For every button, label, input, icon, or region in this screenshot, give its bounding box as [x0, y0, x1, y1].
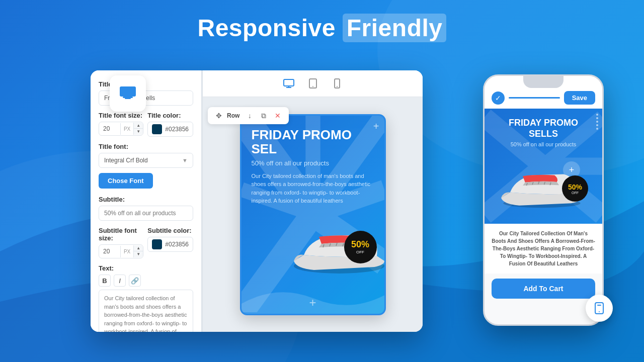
row-toolbar: ✥ Row ↓ ⧉ ✕ — [208, 107, 289, 124]
mobile-description: Our City Tailored Collection Of Man's Bo… — [492, 230, 595, 267]
phone-bubble — [586, 295, 613, 322]
add-to-cart-button[interactable]: Add To Cart — [492, 279, 595, 299]
mobile-device-icon[interactable] — [330, 76, 344, 90]
ad-subtitle: 50% off on all our products — [252, 159, 374, 167]
subtitle-input[interactable] — [99, 206, 193, 221]
add-element-top-left[interactable]: ✕ — [240, 171, 240, 180]
ad-title: FRIDAY PROMO SEL — [252, 128, 374, 156]
text-toolbar: B I 🔗 — [99, 275, 193, 287]
desktop-device-icon[interactable] — [282, 76, 296, 90]
subtitle-size-stepper[interactable]: ▲ ▼ — [133, 245, 143, 257]
right-panel: ✥ Row ↓ ⧉ ✕ — [203, 70, 423, 332]
ad-desc: Our City tailored collection of man's bo… — [252, 172, 374, 205]
mobile-notch — [523, 76, 564, 88]
close-icon[interactable]: ✕ — [272, 110, 284, 122]
sub-size-up-btn[interactable]: ▲ — [134, 245, 143, 251]
mobile-frame: ✓ Save FRIDAY PROMO SELLS 50 — [483, 74, 604, 326]
ad-card-content: FRIDAY PROMO SEL 50% off on all our prod… — [242, 116, 384, 213]
sub-size-down-btn[interactable]: ▼ — [134, 251, 143, 257]
hero-title-part2: Friendly — [343, 14, 447, 42]
hero-title-part1: Responsive — [198, 15, 336, 41]
title-color-label: Title color: — [147, 112, 193, 119]
phone-icon — [592, 301, 606, 315]
font-select-value: Integral Crf Bold — [104, 157, 148, 164]
subtitle-color-hex: #023856 — [165, 241, 189, 248]
title-font-size-label: Title font size: — [99, 112, 143, 119]
badge-pct: 50% — [351, 239, 369, 250]
svg-rect-2 — [120, 86, 136, 97]
chose-font-button[interactable]: Chose Font — [99, 173, 153, 189]
size-down-btn[interactable]: ▼ — [134, 129, 143, 135]
link-button[interactable]: 🔗 — [129, 275, 141, 287]
subtitle-color-input[interactable]: #023856 — [147, 237, 193, 252]
subtitle-color-label: Subtitle color: — [147, 227, 193, 234]
progress-line — [509, 97, 560, 99]
size-up-btn[interactable]: ▲ — [134, 123, 143, 129]
desktop-icon-wrapper — [110, 75, 146, 112]
title-color-input[interactable]: #023856 — [147, 122, 193, 137]
mobile-text-section: Our City Tailored Collection Of Man's Bo… — [485, 224, 602, 274]
title-color-hex: #023856 — [165, 126, 189, 133]
row-label: Row — [227, 112, 239, 119]
svg-rect-4 — [125, 98, 131, 99]
svg-rect-38 — [597, 305, 601, 306]
hero-title: Responsive Friendly — [0, 14, 644, 42]
bold-button[interactable]: B — [99, 275, 111, 287]
save-button[interactable]: Save — [564, 91, 595, 105]
title-font-size-input: 20 PX ▲ ▼ — [99, 122, 143, 136]
tablet-device-icon[interactable] — [306, 76, 320, 90]
mobile-badge-off: OFF — [572, 191, 579, 195]
subtitle-label: Subtitle: — [99, 196, 193, 203]
text-label: Text: — [99, 264, 193, 272]
font-size-stepper[interactable]: ▲ ▼ — [133, 123, 143, 135]
check-icon: ✓ — [492, 92, 505, 105]
svg-rect-5 — [284, 79, 294, 86]
title-color-swatch — [152, 124, 162, 134]
badge-off: OFF — [356, 250, 364, 254]
mobile-badge-pct: 50% — [568, 183, 582, 191]
mobile-sneaker: 50% OFF + — [492, 151, 595, 217]
mobile-mockup: ✓ Save FRIDAY PROMO SELLS 50 — [483, 74, 604, 326]
subtitle-color-swatch — [152, 239, 162, 249]
mobile-discount-badge: 50% OFF — [562, 175, 588, 202]
download-icon[interactable]: ↓ — [244, 110, 256, 122]
text-content-preview: Our City tailored collection of man's bo… — [99, 290, 193, 332]
title-font-label: Title font: — [99, 143, 193, 150]
subtitle-font-size-label: Subtitle font size: — [99, 227, 143, 242]
mobile-ad-section: FRIDAY PROMO SELLS 50% off on all our pr… — [485, 109, 602, 224]
copy-icon[interactable]: ⧉ — [258, 110, 270, 122]
canvas-area: ✥ Row ↓ ⧉ ✕ — [203, 97, 423, 332]
svg-point-37 — [599, 311, 600, 312]
add-element-top-right[interactable]: + — [373, 121, 379, 132]
discount-badge: 50% OFF — [344, 231, 377, 263]
canvas-toolbar — [203, 70, 423, 97]
move-icon[interactable]: ✥ — [213, 110, 225, 122]
desktop-icon — [118, 83, 138, 104]
svg-rect-3 — [123, 97, 133, 98]
italic-button[interactable]: I — [114, 275, 126, 287]
title-font-select[interactable]: Integral Crf Bold ▼ — [99, 153, 193, 168]
chevron-down-icon: ▼ — [182, 157, 188, 163]
ad-card: FRIDAY PROMO SEL 50% off on all our prod… — [240, 114, 386, 315]
add-element-bottom[interactable]: + — [309, 296, 316, 310]
left-panel: Title: Title font size: 20 PX ▲ ▼ Title … — [91, 70, 201, 332]
subtitle-font-size-input: 20 PX ▲ ▼ — [99, 244, 143, 258]
svg-point-11 — [337, 86, 338, 87]
svg-point-9 — [312, 86, 313, 87]
